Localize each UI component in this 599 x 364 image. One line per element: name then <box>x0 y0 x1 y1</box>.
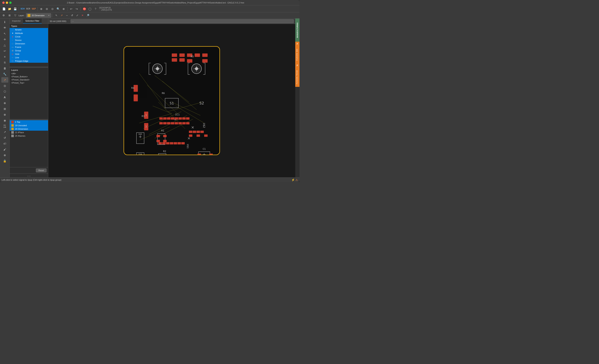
flip-btn[interactable]: ↔ <box>64 13 70 18</box>
redo-btn[interactable]: ↪ <box>74 6 79 11</box>
scr-btn[interactable]: SCR <box>26 6 31 11</box>
type-line[interactable]: ─ Line <box>10 56 48 59</box>
layer-1-top[interactable]: 1 Top <box>10 120 48 124</box>
command-input[interactable] <box>71 19 294 23</box>
close-button[interactable] <box>2 1 5 4</box>
type-device[interactable]: ↔ Device <box>10 38 48 42</box>
select-btn[interactable]: ↖ <box>1 31 8 36</box>
add-comp-btn[interactable]: ⊕ <box>1 112 8 117</box>
undo-btn[interactable]: ↩ <box>69 6 74 11</box>
svg-rect-16 <box>195 53 200 57</box>
type-airwire[interactable]: — Airwire <box>10 28 48 31</box>
preset-bottom[interactable]: <Preset_Bottom> <box>10 75 48 78</box>
preset-all[interactable]: <All> <box>10 72 48 75</box>
tag-btn[interactable]: 🏷 <box>1 141 8 146</box>
drc-btn[interactable]: ◎ <box>1 83 8 89</box>
main-window: 2 Board - /Users/ahmedibrahim/Documents/… <box>0 0 300 182</box>
wire-btn[interactable]: ↗ <box>1 129 8 135</box>
zoom-fit-btn[interactable]: ⊙ <box>50 6 55 11</box>
type-dimension[interactable]: □ Dimension <box>10 42 48 45</box>
fusion360-panel[interactable]: FUSION 360 <box>295 46 300 63</box>
stop-btn[interactable]: ⛔ <box>82 6 87 11</box>
selection-filter-tab[interactable]: Selection Filter <box>23 18 42 24</box>
group2-btn[interactable]: ⊕ <box>1 152 8 158</box>
info-btn[interactable]: ℹ <box>1 19 8 25</box>
save-btn[interactable]: 💾 <box>12 6 18 11</box>
design-link-btn[interactable]: DESIGN LINK <box>100 6 106 11</box>
route-tool-btn[interactable]: ↗ <box>1 77 8 83</box>
zoom-area-btn[interactable]: 🔍 <box>55 6 61 11</box>
type-group[interactable]: ⊞ Group <box>10 49 48 52</box>
help-btn[interactable]: ? <box>93 6 98 11</box>
layer-21-tplace[interactable]: 21 tPlace <box>10 131 48 134</box>
svg-rect-73 <box>163 135 167 137</box>
layers-section: Layers <All> <Preset_Bottom> <Preset_Sta… <box>10 68 48 167</box>
open-btn[interactable]: 📁 <box>7 6 12 11</box>
type-hole[interactable]: ◎ Hole <box>10 52 48 56</box>
type-circle[interactable]: ● Circle <box>10 35 48 38</box>
type-attribute[interactable]: ✦ Attribute <box>10 31 48 35</box>
filter-icon[interactable]: ▽ <box>13 13 18 18</box>
circle-btn[interactable]: ◯ <box>87 6 93 11</box>
settings-icon[interactable]: ⚙ <box>1 13 6 18</box>
svg-text:R5: R5 <box>191 55 194 58</box>
eye-btn[interactable]: 👁 <box>1 25 8 30</box>
wrench-btn[interactable]: 🔧 <box>1 71 8 77</box>
text-btn[interactable]: A <box>1 95 8 100</box>
copy-btn[interactable]: ⎘ <box>1 60 8 65</box>
delete-btn[interactable]: ✕ <box>80 13 85 18</box>
paint-btn[interactable]: 🖌 <box>1 147 8 152</box>
rotate-btn[interactable]: ↺ <box>70 13 75 18</box>
pcb-quote-btn[interactable]: PCB QUOTE <box>106 6 111 11</box>
zoom-out-btn[interactable]: ⊖ <box>44 6 50 11</box>
svg-rect-19 <box>202 59 208 63</box>
via-btn[interactable]: ◉ <box>1 118 8 123</box>
layer-19-unrouted[interactable]: 19 Unrouted <box>10 124 48 127</box>
reset-button[interactable]: Reset <box>36 169 46 172</box>
svg-rect-52 <box>163 122 167 124</box>
new-btn[interactable]: 📄 <box>1 6 7 11</box>
type-frame[interactable]: ▭ Frame <box>10 45 48 49</box>
search-btn[interactable]: 🔎 <box>85 13 90 18</box>
maximize-button[interactable] <box>9 1 12 4</box>
fusion-team-panel[interactable]: FUSION TEAM <box>295 68 300 87</box>
inspector-tab[interactable]: Inspector <box>10 18 23 24</box>
angle-btn[interactable]: △ <box>1 43 8 48</box>
route-btn[interactable]: ↗ <box>59 13 64 18</box>
polygon-btn[interactable]: ⬡ <box>1 89 8 94</box>
type-polygon-edge[interactable]: ⬡ Polygon Edge <box>10 59 48 63</box>
undo-tool-btn[interactable]: ↩ <box>1 48 8 54</box>
svg-rect-56 <box>178 122 182 124</box>
layer-25-tnames[interactable]: 25 tNames <box>10 134 48 138</box>
zoom-sel-btn[interactable]: ⊕ <box>61 6 66 11</box>
svg-rect-100 <box>197 154 201 155</box>
panel: Inspector Selection Filter Types — Airwi… <box>10 18 48 177</box>
preset-standard[interactable]: <Preset_Standard> <box>10 78 48 81</box>
svg-rect-81 <box>162 142 166 144</box>
minimize-button[interactable] <box>6 1 8 4</box>
traffic-lights <box>2 1 12 4</box>
ulp-btn[interactable]: ULP <box>31 6 36 11</box>
layer-20-dimension[interactable]: 20 Dimension <box>10 127 48 131</box>
reset-area: Reset <box>10 167 48 174</box>
lock-btn[interactable]: 🔒 <box>1 158 8 164</box>
preset-top[interactable]: <Preset_Top> <box>10 81 48 84</box>
polygon-edge-label: Polygon Edge <box>15 60 28 62</box>
grid-icon[interactable]: ⊞ <box>7 13 12 18</box>
sch-btn[interactable]: SCH <box>20 6 25 11</box>
arc-btn[interactable]: ↺ <box>1 135 8 141</box>
svg-text:R6: R6 <box>162 92 165 95</box>
move-tool-btn[interactable]: ✛ <box>1 37 8 42</box>
layer-select[interactable]: 20 Dimension ▼ <box>26 13 51 18</box>
bus-btn[interactable]: ⊞ <box>1 106 8 112</box>
pcb-canvas[interactable]: S1 S2 IC1 R6 R3 <box>48 24 295 177</box>
collapse-button[interactable]: ⌄⌄ <box>10 174 48 177</box>
mirror-btn[interactable]: ⤢ <box>75 13 80 18</box>
move-btn[interactable]: ↖ <box>54 13 59 18</box>
list-btn[interactable]: ≡ <box>1 54 8 59</box>
layer-color-swatch <box>27 14 30 17</box>
connect-btn[interactable]: ⊕ <box>1 100 8 106</box>
zoom-in-btn[interactable]: ⊕ <box>39 6 44 11</box>
resistor-btn[interactable]: R210k <box>1 124 8 129</box>
trash-btn[interactable]: 🗑 <box>1 66 8 71</box>
